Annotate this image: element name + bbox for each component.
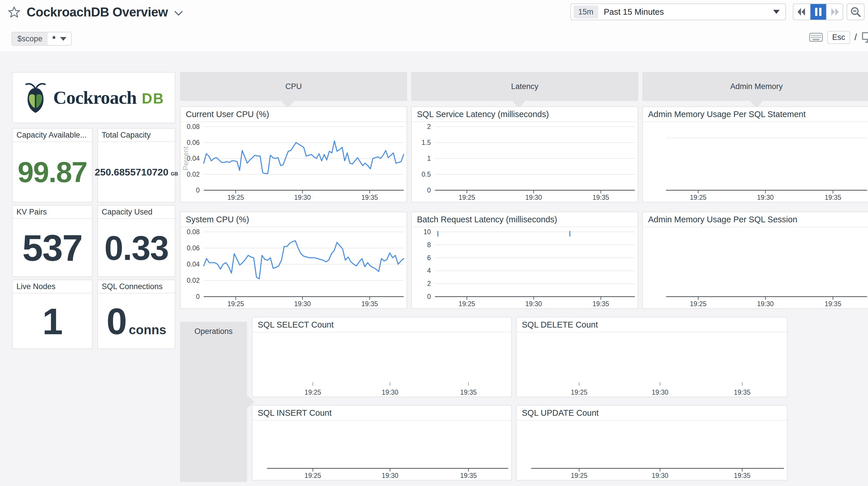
stat-sql-connections[interactable]: SQL Connections 0conns [97, 280, 176, 349]
group-header-latency[interactable]: Latency [411, 72, 638, 101]
svg-text:19:35: 19:35 [362, 300, 378, 308]
chart-current-user-cpu: 00.020.040.060.08Percent19:2519:3019:35 [181, 122, 407, 202]
cockroachdb-logo-card[interactable]: Cockroach DB [12, 72, 176, 123]
panel-title: Batch Request Latency (milliseconds) [412, 212, 638, 227]
time-range-picker[interactable]: 15m Past 15 Minutes [570, 3, 786, 20]
stat-kv-pairs[interactable]: KV Pairs 537 [12, 205, 92, 277]
scope-label: $scope [12, 32, 48, 45]
panel-sql-select-count[interactable]: SQL SELECT Count 19:2519:3019:35 [252, 317, 512, 397]
svg-text:19:35: 19:35 [734, 389, 751, 396]
svg-text:1: 1 [427, 155, 431, 162]
svg-text:0.08: 0.08 [187, 123, 200, 131]
panel-batch-request-latency[interactable]: Batch Request Latency (milliseconds) 024… [411, 211, 638, 309]
group-header-admin-memory[interactable]: Admin Memory [642, 72, 868, 101]
panel-sql-insert-count[interactable]: SQL INSERT Count 19:2519:3019:35 [252, 405, 512, 481]
svg-text:0.02: 0.02 [187, 171, 200, 178]
group-label: Latency [511, 82, 538, 91]
panel-title: SQL DELETE Count [517, 317, 787, 333]
chart-sql-update-count: 19:2519:3019:35 [517, 421, 787, 480]
panel-system-cpu[interactable]: System CPU (%) 00.020.040.060.0819:2519:… [180, 211, 407, 309]
stat-value: 1 [42, 301, 62, 342]
chart-admin-memory-session: 19:2519:3019:35 [643, 228, 868, 308]
slash-separator: / [855, 32, 857, 42]
svg-text:19:30: 19:30 [294, 300, 311, 308]
svg-text:19:30: 19:30 [382, 389, 399, 396]
time-shift-controls [793, 3, 843, 20]
logo-wordmark: Cockroach [53, 87, 136, 108]
forward-button[interactable] [826, 4, 843, 20]
svg-text:19:25: 19:25 [690, 300, 707, 308]
scope-template-variable[interactable]: $scope * [11, 32, 72, 46]
group-header-cpu[interactable]: CPU [180, 72, 407, 101]
backward-button[interactable] [794, 4, 810, 20]
panel-title: System CPU (%) [181, 212, 407, 227]
stat-unit: GB [171, 171, 178, 177]
svg-text:0: 0 [427, 187, 431, 194]
chart-sql-insert-count: 19:2519:3019:35 [252, 421, 511, 480]
svg-text:19:25: 19:25 [227, 194, 244, 201]
svg-text:10: 10 [423, 228, 431, 236]
esc-key-badge[interactable]: Esc [827, 31, 850, 44]
svg-text:19:35: 19:35 [593, 300, 610, 308]
svg-text:19:25: 19:25 [227, 300, 244, 308]
svg-text:19:35: 19:35 [734, 472, 751, 479]
title-chevron-down-icon[interactable] [174, 11, 183, 17]
chart-sql-select-count: 19:2519:3019:35 [252, 333, 511, 397]
time-range-caret-icon [773, 10, 780, 14]
stat-title: Capacity Available... [13, 128, 92, 142]
svg-text:0.5: 0.5 [422, 171, 431, 178]
svg-text:2: 2 [427, 280, 431, 287]
group-header-operations[interactable]: Operations [180, 322, 247, 482]
panel-sql-update-count[interactable]: SQL UPDATE Count 19:2519:3019:35 [516, 405, 787, 481]
stat-value: 0.33 [104, 229, 168, 267]
svg-text:0.02: 0.02 [187, 277, 200, 284]
stat-title: KV Pairs [13, 205, 92, 219]
stat-title: Total Capacity [98, 128, 175, 142]
svg-text:19:35: 19:35 [825, 194, 841, 201]
chart-admin-memory-statement: 19:2519:3019:35 [643, 122, 868, 202]
svg-text:19:25: 19:25 [571, 389, 587, 396]
stat-live-nodes[interactable]: Live Nodes 1 [12, 280, 92, 349]
stat-value: 99.87 [18, 156, 87, 188]
zoom-out-button[interactable] [847, 3, 865, 20]
svg-text:19:30: 19:30 [294, 194, 311, 201]
panel-sql-service-latency[interactable]: SQL Service Latency (milliseconds) 00.51… [411, 106, 638, 202]
svg-text:19:30: 19:30 [525, 300, 542, 308]
stat-value: 250.6855710720 [95, 167, 168, 177]
shortcut-hints: Esc / [809, 30, 868, 45]
panel-title: Current User CPU (%) [181, 107, 407, 122]
panel-current-user-cpu[interactable]: Current User CPU (%) 00.020.040.060.08Pe… [180, 106, 407, 202]
svg-text:2: 2 [427, 123, 431, 131]
svg-text:19:35: 19:35 [460, 472, 477, 479]
svg-text:19:30: 19:30 [652, 389, 668, 396]
scope-current-value: * [52, 34, 56, 44]
svg-text:19:25: 19:25 [305, 389, 321, 396]
svg-text:4: 4 [427, 267, 431, 275]
stat-capacity-available[interactable]: Capacity Available... 99.87 [12, 128, 92, 202]
tv-mode-icon[interactable] [861, 31, 868, 43]
panel-sql-delete-count[interactable]: SQL DELETE Count 19:2519:3019:35 [516, 317, 787, 397]
stat-value: 0 [106, 301, 127, 342]
stat-capacity-used[interactable]: Capacity Used 0.33 [97, 205, 176, 277]
panel-title: SQL INSERT Count [252, 406, 511, 421]
favorite-star-icon[interactable] [8, 6, 20, 18]
pause-button[interactable] [810, 4, 827, 20]
panel-title: Admin Memory Usage Per SQL Session [643, 212, 868, 227]
panel-admin-memory-session[interactable]: Admin Memory Usage Per SQL Session 19:25… [642, 211, 868, 309]
title-row: CockroachDB Overview [8, 3, 183, 21]
logo-suffix: DB [142, 90, 164, 107]
svg-text:8: 8 [427, 241, 431, 249]
svg-text:19:30: 19:30 [652, 472, 668, 479]
cockroach-bug-icon [23, 81, 48, 114]
panel-title: SQL Service Latency (milliseconds) [412, 107, 638, 122]
svg-text:19:25: 19:25 [690, 194, 707, 201]
keyboard-icon[interactable] [809, 33, 823, 42]
chart-batch-request-latency: 024681019:2519:3019:35 [412, 228, 638, 308]
stat-total-capacity[interactable]: Total Capacity 250.6855710720GB [97, 128, 176, 202]
stat-title: Capacity Used [98, 205, 175, 219]
chart-sql-service-latency: 00.511.5219:2519:3019:35 [412, 122, 638, 202]
page-title: CockroachDB Overview [27, 5, 168, 19]
panel-admin-memory-statement[interactable]: Admin Memory Usage Per SQL Statement 19:… [642, 106, 868, 202]
panel-title: Admin Memory Usage Per SQL Statement [643, 107, 868, 122]
scope-caret-icon [60, 37, 66, 41]
